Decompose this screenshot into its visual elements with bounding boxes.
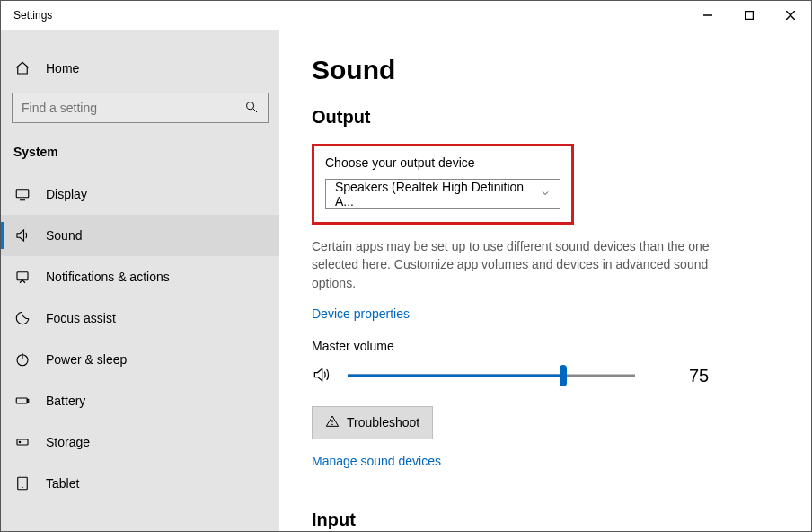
volume-value: 75 bbox=[689, 366, 709, 386]
output-device-highlight: Choose your output device Speakers (Real… bbox=[312, 144, 574, 225]
sidebar: Home System Display Sound bbox=[1, 30, 279, 531]
sidebar-item-notifications[interactable]: Notifications & actions bbox=[1, 256, 279, 297]
svg-rect-12 bbox=[27, 400, 29, 403]
sidebar-item-label: Power & sleep bbox=[46, 352, 127, 367]
svg-rect-6 bbox=[16, 190, 29, 198]
home-nav[interactable]: Home bbox=[1, 51, 279, 85]
page-title: Sound bbox=[312, 55, 779, 85]
sidebar-item-battery[interactable]: Battery bbox=[1, 380, 279, 421]
display-icon bbox=[13, 186, 31, 202]
manage-sound-devices-link[interactable]: Manage sound devices bbox=[312, 454, 441, 468]
slider-thumb[interactable] bbox=[560, 365, 567, 386]
choose-output-label: Choose your output device bbox=[325, 155, 560, 170]
output-heading: Output bbox=[312, 107, 779, 128]
search-input[interactable] bbox=[12, 93, 269, 123]
sidebar-item-label: Display bbox=[46, 187, 87, 201]
sidebar-item-label: Tablet bbox=[46, 476, 79, 491]
sidebar-item-storage[interactable]: Storage bbox=[1, 421, 279, 463]
tablet-icon bbox=[13, 475, 31, 492]
input-heading: Input bbox=[312, 510, 779, 530]
titlebar: Settings bbox=[1, 1, 811, 30]
svg-point-14 bbox=[19, 441, 21, 443]
sidebar-section-label: System bbox=[1, 136, 279, 173]
battery-icon bbox=[13, 393, 31, 409]
maximize-icon bbox=[745, 11, 754, 20]
storage-icon bbox=[13, 434, 31, 450]
slider-fill bbox=[348, 375, 563, 377]
sidebar-item-power-sleep[interactable]: Power & sleep bbox=[1, 339, 279, 380]
output-device-selected: Speakers (Realtek High Definition A... bbox=[335, 180, 540, 208]
sound-icon bbox=[13, 227, 31, 244]
sidebar-item-label: Focus assist bbox=[46, 311, 116, 325]
home-label: Home bbox=[46, 61, 79, 75]
close-button[interactable] bbox=[770, 1, 811, 30]
home-icon bbox=[13, 60, 31, 76]
sidebar-item-display[interactable]: Display bbox=[1, 173, 279, 215]
output-help-text: Certain apps may be set up to use differ… bbox=[312, 237, 725, 292]
sidebar-item-label: Storage bbox=[46, 435, 90, 449]
svg-point-18 bbox=[332, 424, 333, 425]
minimize-button[interactable] bbox=[687, 1, 728, 30]
sidebar-item-focus-assist[interactable]: Focus assist bbox=[1, 297, 279, 339]
sidebar-item-sound[interactable]: Sound bbox=[1, 215, 279, 256]
main-content: Sound Output Choose your output device S… bbox=[279, 30, 811, 531]
close-icon bbox=[786, 11, 795, 20]
sidebar-item-label: Notifications & actions bbox=[46, 270, 170, 284]
search-field[interactable] bbox=[22, 101, 244, 115]
search-icon bbox=[244, 100, 259, 117]
sidebar-item-tablet[interactable]: Tablet bbox=[1, 463, 279, 504]
chevron-down-icon bbox=[540, 187, 551, 201]
window-title: Settings bbox=[1, 9, 52, 22]
master-volume-label: Master volume bbox=[312, 339, 779, 353]
settings-window: Settings Home bbox=[0, 0, 812, 532]
window-controls bbox=[687, 1, 811, 30]
volume-slider[interactable] bbox=[348, 367, 635, 385]
warning-icon bbox=[325, 414, 340, 431]
minimize-icon bbox=[703, 11, 712, 20]
svg-rect-11 bbox=[16, 398, 27, 403]
troubleshoot-label: Troubleshoot bbox=[347, 415, 419, 430]
maximize-button[interactable] bbox=[728, 1, 770, 30]
focus-assist-icon bbox=[13, 310, 31, 326]
svg-rect-8 bbox=[17, 272, 28, 280]
svg-point-4 bbox=[247, 102, 254, 109]
volume-icon[interactable] bbox=[312, 366, 330, 386]
output-device-dropdown[interactable]: Speakers (Realtek High Definition A... bbox=[325, 179, 560, 209]
sidebar-item-label: Sound bbox=[46, 228, 82, 243]
svg-rect-1 bbox=[746, 12, 754, 20]
notifications-icon bbox=[13, 269, 31, 285]
troubleshoot-button[interactable]: Troubleshoot bbox=[312, 406, 433, 439]
master-volume-row: 75 bbox=[312, 366, 779, 386]
svg-line-5 bbox=[253, 109, 257, 112]
sidebar-item-label: Battery bbox=[46, 394, 85, 408]
sidebar-nav: Display Sound Notifications & actions Fo… bbox=[1, 173, 279, 504]
power-icon bbox=[13, 351, 31, 368]
device-properties-link[interactable]: Device properties bbox=[312, 306, 410, 321]
